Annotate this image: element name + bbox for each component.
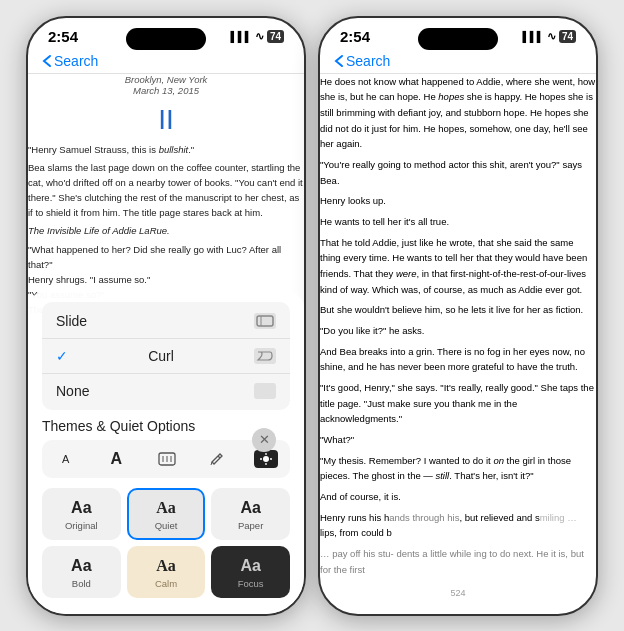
theme-focus-sample: Aa bbox=[240, 558, 260, 574]
right-time: 2:54 bbox=[340, 28, 370, 45]
themes-section: Themes & Quiet Options ✕ bbox=[42, 418, 290, 434]
pen-icon-button[interactable] bbox=[205, 450, 229, 468]
slide-option-curl[interactable]: ✓ Curl bbox=[42, 339, 290, 374]
increase-font-button[interactable]: A bbox=[103, 446, 131, 472]
theme-calm-label: Calm bbox=[155, 578, 177, 589]
svg-line-6 bbox=[218, 456, 220, 458]
theme-bold-sample: Aa bbox=[71, 558, 91, 574]
book-header-line1: Brooklyn, New York bbox=[28, 74, 304, 85]
slide-options: Slide ✓ Curl None bbox=[42, 302, 290, 410]
left-wifi-icon: ∿ bbox=[255, 30, 264, 43]
brightness-icon-button[interactable] bbox=[254, 450, 278, 468]
overlay-panel: Slide ✓ Curl None bbox=[28, 292, 304, 614]
right-book-reading: He does not know what happened to Addie,… bbox=[320, 74, 596, 584]
right-back-label: Search bbox=[346, 53, 390, 69]
theme-bold-label: Bold bbox=[72, 578, 91, 589]
slide-option-none[interactable]: None bbox=[42, 374, 290, 408]
none-label: None bbox=[56, 383, 89, 399]
curl-icon bbox=[254, 348, 276, 364]
themes-label: Themes & bbox=[42, 418, 110, 434]
left-phone: 2:54 ▌▌▌ ∿ 74 Search Brooklyn, New York … bbox=[26, 16, 306, 616]
left-back-button[interactable]: Search bbox=[42, 53, 98, 69]
theme-calm[interactable]: Aa Calm bbox=[127, 546, 206, 598]
right-chevron-icon bbox=[334, 54, 344, 68]
slide-option-slide[interactable]: Slide bbox=[42, 304, 290, 339]
right-phone: 2:54 ▌▌▌ ∿ 74 Search He does not know wh… bbox=[318, 16, 598, 616]
none-icon bbox=[254, 383, 276, 399]
reading-text-body: He does not know what happened to Addie,… bbox=[320, 74, 596, 584]
decrease-font-button[interactable]: A bbox=[54, 449, 77, 469]
dynamic-island bbox=[126, 28, 206, 50]
theme-original-label: Original bbox=[65, 520, 98, 531]
curl-label: Curl bbox=[148, 348, 174, 364]
right-nav-bar: Search bbox=[320, 49, 596, 74]
left-back-label: Search bbox=[54, 53, 98, 69]
checkmark-icon: ✓ bbox=[56, 348, 68, 364]
left-chevron-icon bbox=[42, 54, 52, 68]
svg-point-8 bbox=[263, 456, 269, 462]
left-signal-icon: ▌▌▌ bbox=[231, 31, 252, 42]
left-nav-bar: Search bbox=[28, 49, 304, 74]
theme-focus[interactable]: Aa Focus bbox=[211, 546, 290, 598]
slide-label: Slide bbox=[56, 313, 87, 329]
page-number: 524 bbox=[320, 584, 596, 602]
quiet-options-label: Quiet Options bbox=[110, 418, 196, 434]
theme-quiet[interactable]: Aa Quiet bbox=[127, 488, 206, 540]
svg-line-7 bbox=[211, 462, 212, 465]
theme-quiet-sample: Aa bbox=[156, 500, 176, 516]
theme-original[interactable]: Aa Original bbox=[42, 488, 121, 540]
theme-paper-label: Paper bbox=[238, 520, 263, 531]
left-battery: 74 bbox=[267, 30, 284, 43]
chapter-number: II bbox=[28, 104, 304, 136]
theme-paper-sample: Aa bbox=[240, 500, 260, 516]
left-time: 2:54 bbox=[48, 28, 78, 45]
themes-close-button[interactable]: ✕ bbox=[252, 428, 276, 452]
book-header-line2: March 13, 2015 bbox=[28, 85, 304, 96]
right-dynamic-island bbox=[418, 28, 498, 50]
right-back-button[interactable]: Search bbox=[334, 53, 390, 69]
left-book-content: Brooklyn, New York March 13, 2015 II "He… bbox=[28, 74, 304, 318]
themes-header: Themes & Quiet Options bbox=[42, 418, 290, 434]
book-header: Brooklyn, New York March 13, 2015 bbox=[28, 74, 304, 96]
theme-paper[interactable]: Aa Paper bbox=[211, 488, 290, 540]
phones-container: 2:54 ▌▌▌ ∿ 74 Search Brooklyn, New York … bbox=[16, 6, 608, 626]
theme-bold[interactable]: Aa Bold bbox=[42, 546, 121, 598]
font-options-button[interactable] bbox=[155, 450, 179, 468]
right-wifi-icon: ∿ bbox=[547, 30, 556, 43]
theme-calm-sample: Aa bbox=[156, 558, 176, 574]
slide-icon bbox=[254, 313, 276, 329]
svg-rect-0 bbox=[257, 316, 273, 326]
theme-focus-label: Focus bbox=[238, 578, 264, 589]
themes-grid: Aa Original Aa Quiet Aa Paper Aa Bold Aa bbox=[42, 488, 290, 598]
right-battery: 74 bbox=[559, 30, 576, 43]
theme-original-sample: Aa bbox=[71, 500, 91, 516]
right-signal-icon: ▌▌▌ bbox=[523, 31, 544, 42]
theme-quiet-label: Quiet bbox=[155, 520, 178, 531]
